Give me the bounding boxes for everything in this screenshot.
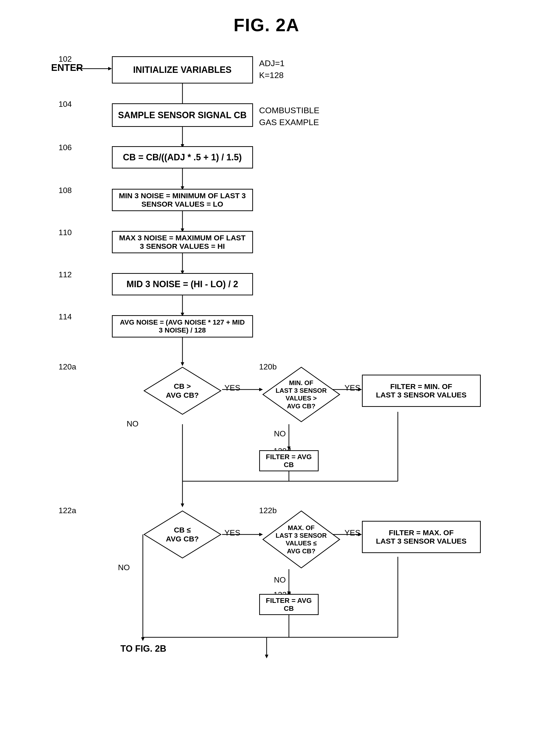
label-120a: 120a — [59, 362, 76, 371]
label-104: 104 — [59, 100, 72, 109]
box-122d: FILTER = AVG CB — [259, 594, 318, 615]
yes-122a: YES — [224, 528, 241, 537]
label-122a: 122a — [59, 506, 76, 515]
yes-122b: YES — [344, 528, 361, 537]
label-110: 110 — [59, 228, 72, 237]
box-120c: FILTER = MIN. OF LAST 3 SENSOR VALUES — [362, 375, 481, 407]
note-adj: ADJ=1 K=128 — [259, 58, 285, 81]
box-106: CB = CB/((ADJ * .5 + 1) / 1.5) — [112, 146, 253, 169]
box-120d: FILTER = AVG CB — [259, 450, 318, 471]
label-112: 112 — [59, 270, 72, 279]
svg-marker-15 — [181, 362, 184, 366]
enter-label: ENTER — [51, 63, 83, 73]
label-106: 106 — [59, 143, 72, 152]
svg-marker-40 — [265, 655, 268, 658]
yes-120a: YES — [224, 383, 241, 392]
box-110: MAX 3 NOISE = MAXIMUM OF LAST 3 SENSOR V… — [112, 231, 253, 253]
label-114: 114 — [59, 312, 72, 321]
label-108: 108 — [59, 186, 72, 195]
no-120b: NO — [274, 429, 286, 438]
box-102: INITIALIZE VARIABLES — [112, 56, 253, 84]
fig-title: FIG. 2A — [234, 15, 299, 35]
diamond-122a: CB ≤ AVG CB? — [143, 510, 222, 559]
diamond-120a: CB > AVG CB? — [143, 366, 222, 416]
note-combustible: COMBUSTIBLE GAS EXAMPLE — [259, 105, 319, 128]
box-104: SAMPLE SENSOR SIGNAL CB — [112, 103, 253, 127]
no-122a: NO — [118, 563, 130, 572]
flowchart: ENTER 102 INITIALIZE VARIABLES ADJ=1 K=1… — [44, 45, 490, 756]
svg-marker-1 — [108, 67, 112, 70]
to-fig2b: TO FIG. 2B — [120, 643, 166, 654]
page-container: FIG. 2A — [0, 0, 533, 756]
box-122c: FILTER = MAX. OF LAST 3 SENSOR VALUES — [362, 521, 481, 553]
box-112: MID 3 NOISE = (HI - LO) / 2 — [112, 273, 253, 295]
diamond-122b: MAX. OF LAST 3 SENSOR VALUES ≤ AVG CB? — [262, 510, 341, 569]
yes-120b: YES — [344, 383, 361, 392]
no-120a: NO — [127, 419, 139, 428]
box-108: MIN 3 NOISE = MINIMUM OF LAST 3 SENSOR V… — [112, 189, 253, 211]
diamond-120b: MIN. OF LAST 3 SENSOR VALUES > AVG CB? — [262, 366, 341, 423]
no-122b: NO — [274, 575, 286, 584]
box-114: AVG NOISE = (AVG NOISE * 127 + MID 3 NOI… — [112, 315, 253, 338]
svg-marker-37 — [141, 637, 144, 641]
svg-marker-27 — [181, 503, 184, 507]
label-102: 102 — [59, 55, 72, 64]
